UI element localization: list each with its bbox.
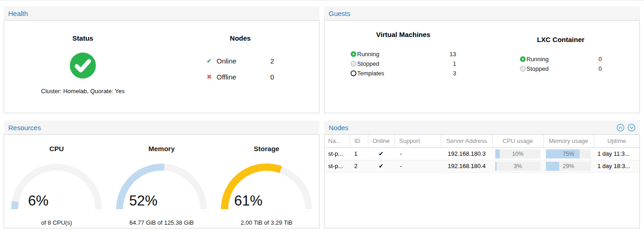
- memory-usage-value: 29%: [546, 162, 591, 171]
- vm-status-list: Running 13 Stopped 1 Templ: [351, 49, 456, 78]
- play-circle-icon: [520, 56, 527, 62]
- cpu-heading: CPU: [49, 145, 64, 153]
- column-header-support[interactable]: Support: [394, 135, 441, 148]
- list-item: Templates 3: [351, 69, 456, 78]
- datacenter-summary: Health Status Cluster: Homelab, Quorate:…: [0, 0, 644, 232]
- column-header-cpu-usage[interactable]: CPU usage: [492, 135, 543, 148]
- cluster-status-text: Cluster: Homelab, Quorate: Yes: [41, 88, 125, 95]
- node-id: 1: [350, 148, 368, 160]
- storage-sublabel: 2.00 TiB of 3.29 TiB: [241, 219, 292, 226]
- online-check-icon: ✔: [368, 160, 394, 172]
- cpu-usage-value: 10%: [495, 149, 540, 158]
- guests-panel-header: Guests: [324, 6, 640, 20]
- memory-usage-bar: 75%: [546, 149, 591, 158]
- stop-circle-icon: [520, 66, 527, 72]
- table-row[interactable]: st-p... 2 ✔ - 192.168.180.4 3%: [325, 160, 639, 172]
- memory-gauge: Memory 52% 64.77 GiB of 125.38 GiB: [109, 145, 214, 228]
- list-item: Running 13: [351, 49, 456, 59]
- nodes-panel-header: Nodes: [324, 121, 640, 134]
- memory-usage-value: 75%: [546, 149, 591, 158]
- node-server-address: 192.168.180.4: [441, 160, 492, 172]
- online-label: Online: [217, 57, 236, 65]
- list-item: ✖ Offline 0: [207, 73, 274, 80]
- vm-templates-count: 3: [453, 70, 456, 77]
- cpu-percent-value: 6%: [9, 193, 68, 209]
- node-id: 2: [350, 160, 368, 172]
- storage-gauge-arc: 61%: [219, 162, 314, 213]
- offline-count: 0: [270, 73, 274, 81]
- health-panel-body: Status Cluster: Homelab, Quorate: Yes No…: [4, 20, 319, 113]
- vm-stopped-label: Stopped: [357, 60, 379, 67]
- check-icon: ✔: [207, 57, 217, 64]
- cpu-usage-bar: 10%: [495, 149, 540, 158]
- memory-heading: Memory: [148, 145, 175, 153]
- node-name: st-p...: [325, 160, 350, 172]
- nodes-panel-title: Nodes: [329, 124, 348, 132]
- cpu-gauge: CPU 6% of 8 CPU(s): [4, 145, 109, 228]
- health-panel: Health Status Cluster: Homelab, Quorate:…: [4, 6, 319, 113]
- nodes-table: Na... ID Online Support Server Address C…: [325, 135, 639, 173]
- online-check-icon: ✔: [368, 148, 394, 160]
- nodes-panel-tools: [617, 124, 635, 132]
- chevron-circle-down-icon[interactable]: [628, 124, 635, 132]
- lxc-stopped-label: Stopped: [527, 65, 549, 72]
- column-header-memory-usage[interactable]: Memory usage: [543, 135, 594, 148]
- check-circle-icon: [70, 53, 96, 79]
- lxc-running-count: 0: [598, 56, 602, 63]
- node-name: st-p...: [325, 148, 350, 160]
- node-memory-usage: 29%: [543, 160, 594, 172]
- node-cpu-usage: 10%: [492, 148, 543, 160]
- cpu-gauge-arc: 6%: [9, 162, 105, 213]
- online-count: 2: [270, 57, 274, 65]
- cpu-usage-bar: 3%: [495, 162, 540, 171]
- health-status-section: Status Cluster: Homelab, Quorate: Yes: [4, 21, 162, 113]
- resources-panel-body: CPU 6% of 8 CPU(s) Memory: [4, 134, 319, 228]
- status-heading: Status: [73, 34, 94, 42]
- node-support: -: [394, 160, 441, 172]
- column-header-id[interactable]: ID: [350, 135, 368, 148]
- nodes-panel-body: Na... ID Online Support Server Address C…: [324, 134, 640, 228]
- vm-stopped-count: 1: [453, 60, 456, 67]
- lxc-container-heading: LXC Container: [537, 36, 584, 43]
- storage-gauge: Storage 61% 2.00 TiB of 3.29 TiB: [214, 145, 319, 228]
- column-header-server-address[interactable]: Server Address: [441, 135, 492, 148]
- circle-outline-icon: [351, 70, 357, 76]
- column-header-uptime[interactable]: Uptime: [594, 135, 639, 148]
- chevron-circle-up-icon[interactable]: [617, 124, 624, 132]
- memory-gauge-arc: 52%: [114, 162, 209, 213]
- vm-templates-label: Templates: [357, 70, 384, 77]
- lxc-container-section: LXC Container Running 0 Stopped: [482, 21, 639, 113]
- memory-sublabel: 64.77 GiB of 125.38 GiB: [130, 219, 194, 226]
- node-uptime: 1 day 18:3...: [594, 160, 639, 172]
- memory-percent-value: 52%: [114, 193, 173, 209]
- node-memory-usage: 75%: [543, 148, 594, 160]
- storage-percent-value: 61%: [219, 193, 278, 209]
- storage-heading: Storage: [254, 145, 279, 153]
- health-nodes-section: Nodes ✔ Online 2 ✖ Offline 0: [162, 21, 319, 113]
- node-cpu-usage: 3%: [492, 160, 543, 172]
- guests-panel-body: Virtual Machines Running 13 Stopped: [324, 20, 640, 113]
- vm-running-label: Running: [357, 51, 379, 58]
- table-row[interactable]: st-p... 1 ✔ - 192.168.180.3 10%: [325, 148, 639, 160]
- virtual-machines-heading: Virtual Machines: [376, 31, 430, 38]
- node-server-address: 192.168.180.3: [441, 148, 492, 160]
- column-header-online[interactable]: Online: [368, 135, 394, 148]
- resource-gauges: CPU 6% of 8 CPU(s) Memory: [4, 135, 319, 228]
- lxc-status-list: Running 0 Stopped 0: [520, 54, 602, 74]
- resources-panel-header: Resources: [4, 121, 319, 134]
- resources-panel-title: Resources: [8, 124, 41, 132]
- cpu-sublabel: of 8 CPU(s): [41, 219, 72, 226]
- cpu-usage-value: 3%: [495, 162, 540, 171]
- table-header-row: Na... ID Online Support Server Address C…: [325, 135, 639, 148]
- node-support: -: [394, 148, 441, 160]
- nodes-heading: Nodes: [230, 34, 251, 42]
- virtual-machines-section: Virtual Machines Running 13 Stopped: [325, 21, 482, 113]
- column-header-name[interactable]: Na...: [325, 135, 350, 148]
- guests-panel-title: Guests: [329, 10, 351, 17]
- node-uptime: 1 day 11:3...: [594, 148, 639, 160]
- vm-running-count: 13: [450, 51, 456, 58]
- memory-usage-bar: 29%: [546, 162, 591, 171]
- lxc-running-label: Running: [527, 56, 549, 63]
- nodes-panel: Nodes Na...: [324, 121, 640, 228]
- nodes-status-list: ✔ Online 2 ✖ Offline 0: [207, 57, 274, 89]
